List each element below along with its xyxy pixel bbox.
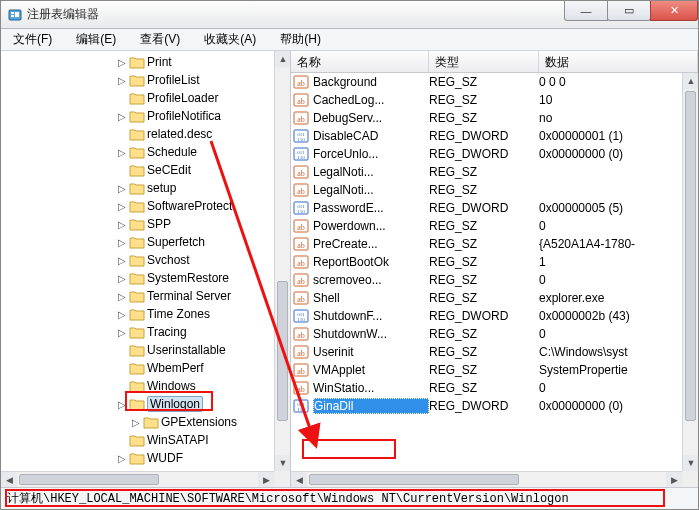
column-data[interactable]: 数据 xyxy=(539,51,698,72)
value-type: REG_SZ xyxy=(429,183,539,197)
tree-item[interactable]: ▷SoftwareProtect xyxy=(1,197,274,215)
expand-toggle-icon[interactable]: ▷ xyxy=(115,399,129,410)
scroll-down-icon[interactable]: ▼ xyxy=(683,455,698,471)
value-row[interactable]: abWinStatio...REG_SZ0 xyxy=(291,379,682,397)
minimize-button[interactable]: — xyxy=(564,1,608,21)
values-horizontal-scrollbar[interactable]: ◀ ▶ xyxy=(291,471,682,487)
expand-toggle-icon[interactable]: ▷ xyxy=(115,237,129,248)
tree-item[interactable]: ▷Terminal Server xyxy=(1,287,274,305)
scroll-left-icon[interactable]: ◀ xyxy=(1,472,17,487)
string-value-icon: ab xyxy=(293,272,309,288)
scrollbar-thumb[interactable] xyxy=(309,474,519,485)
tree-item[interactable]: ▷setup xyxy=(1,179,274,197)
tree-item[interactable]: ▷Superfetch xyxy=(1,233,274,251)
value-row[interactable]: 011110ForceUnlo...REG_DWORD0x00000000 (0… xyxy=(291,145,682,163)
value-row[interactable]: 011110DisableCADREG_DWORD0x00000001 (1) xyxy=(291,127,682,145)
value-row[interactable]: abShutdownW...REG_SZ0 xyxy=(291,325,682,343)
close-button[interactable]: ✕ xyxy=(650,1,698,21)
expand-toggle-icon[interactable]: ▷ xyxy=(115,57,129,68)
tree-item[interactable]: ▷WUDF xyxy=(1,449,274,467)
menu-help[interactable]: 帮助(H) xyxy=(272,29,329,50)
column-type[interactable]: 类型 xyxy=(429,51,539,72)
folder-icon xyxy=(129,307,145,321)
tree-item[interactable]: SeCEdit xyxy=(1,161,274,179)
value-name: scremoveo... xyxy=(313,273,429,287)
tree-horizontal-scrollbar[interactable]: ◀ ▶ xyxy=(1,471,274,487)
tree-item-label: Terminal Server xyxy=(147,289,231,303)
value-row[interactable]: abReportBootOkREG_SZ1 xyxy=(291,253,682,271)
menu-file[interactable]: 文件(F) xyxy=(5,29,60,50)
value-row[interactable]: abLegalNoti...REG_SZ xyxy=(291,181,682,199)
value-row[interactable]: abCachedLog...REG_SZ10 xyxy=(291,91,682,109)
scroll-up-icon[interactable]: ▲ xyxy=(683,73,698,89)
values-vertical-scrollbar[interactable]: ▲ ▼ xyxy=(682,73,698,471)
scrollbar-thumb[interactable] xyxy=(277,281,288,421)
svg-text:ab: ab xyxy=(297,259,305,268)
tree-item[interactable]: ▷GPExtensions xyxy=(1,413,274,431)
tree-item[interactable]: Windows xyxy=(1,377,274,395)
expand-toggle-icon[interactable]: ▷ xyxy=(115,75,129,86)
scroll-left-icon[interactable]: ◀ xyxy=(291,472,307,487)
expand-toggle-icon[interactable]: ▷ xyxy=(115,327,129,338)
value-row[interactable]: 011110GinaDllREG_DWORD0x00000000 (0) xyxy=(291,397,682,415)
expand-toggle-icon[interactable]: ▷ xyxy=(115,255,129,266)
value-row[interactable]: 011110PasswordE...REG_DWORD0x00000005 (5… xyxy=(291,199,682,217)
value-row[interactable]: abPreCreate...REG_SZ{A520A1A4-1780- xyxy=(291,235,682,253)
column-name[interactable]: 名称 xyxy=(291,51,429,72)
expand-toggle-icon[interactable]: ▷ xyxy=(115,273,129,284)
value-row[interactable]: abShellREG_SZexplorer.exe xyxy=(291,289,682,307)
value-data: explorer.exe xyxy=(539,291,682,305)
scrollbar-thumb[interactable] xyxy=(19,474,159,485)
tree-item[interactable]: ▷SPP xyxy=(1,215,274,233)
tree-item[interactable]: ▷Time Zones xyxy=(1,305,274,323)
value-row[interactable]: abPowerdown...REG_SZ0 xyxy=(291,217,682,235)
expand-toggle-icon[interactable]: ▷ xyxy=(129,417,143,428)
tree-item[interactable]: Userinstallable xyxy=(1,341,274,359)
scroll-right-icon[interactable]: ▶ xyxy=(666,472,682,487)
menu-view[interactable]: 查看(V) xyxy=(132,29,188,50)
expand-toggle-icon[interactable]: ▷ xyxy=(115,309,129,320)
scroll-down-icon[interactable]: ▼ xyxy=(275,455,291,471)
value-type: REG_DWORD xyxy=(429,147,539,161)
tree-item[interactable]: ▷Winlogon xyxy=(1,395,274,413)
svg-text:ab: ab xyxy=(297,349,305,358)
value-row[interactable]: abBackgroundREG_SZ0 0 0 xyxy=(291,73,682,91)
expand-toggle-icon[interactable]: ▷ xyxy=(115,201,129,212)
value-row[interactable]: abDebugServ...REG_SZno xyxy=(291,109,682,127)
tree-item[interactable]: ▷SystemRestore xyxy=(1,269,274,287)
tree-item[interactable]: ▷Schedule xyxy=(1,143,274,161)
svg-text:ab: ab xyxy=(297,277,305,286)
tree-item[interactable]: WbemPerf xyxy=(1,359,274,377)
menu-favorites[interactable]: 收藏夹(A) xyxy=(196,29,264,50)
tree-item[interactable]: ▷Svchost xyxy=(1,251,274,269)
tree-vertical-scrollbar[interactable]: ▲ ▼ xyxy=(274,51,290,471)
value-row[interactable]: abVMAppletREG_SZSystemPropertie xyxy=(291,361,682,379)
tree-item[interactable]: WinSATAPI xyxy=(1,431,274,449)
tree-item[interactable]: related.desc xyxy=(1,125,274,143)
expand-toggle-icon[interactable]: ▷ xyxy=(115,111,129,122)
tree-item[interactable]: ▷Print xyxy=(1,53,274,71)
value-row[interactable]: 011110ShutdownF...REG_DWORD0x0000002b (4… xyxy=(291,307,682,325)
tree-item[interactable]: ▷Tracing xyxy=(1,323,274,341)
scroll-right-icon[interactable]: ▶ xyxy=(258,472,274,487)
value-row[interactable]: abLegalNoti...REG_SZ xyxy=(291,163,682,181)
expand-toggle-icon[interactable]: ▷ xyxy=(115,219,129,230)
scroll-corner xyxy=(682,471,698,487)
menu-edit[interactable]: 编辑(E) xyxy=(68,29,124,50)
expand-toggle-icon[interactable]: ▷ xyxy=(115,291,129,302)
tree-item[interactable]: ProfileLoader xyxy=(1,89,274,107)
expand-toggle-icon[interactable]: ▷ xyxy=(115,183,129,194)
value-row[interactable]: abUserinitREG_SZC:\Windows\syst xyxy=(291,343,682,361)
registry-tree[interactable]: ▷Print▷ProfileListProfileLoader▷ProfileN… xyxy=(1,51,274,469)
expand-toggle-icon[interactable]: ▷ xyxy=(115,147,129,158)
value-type: REG_DWORD xyxy=(429,201,539,215)
value-row[interactable]: abscremoveo...REG_SZ0 xyxy=(291,271,682,289)
scroll-up-icon[interactable]: ▲ xyxy=(275,51,291,67)
expand-toggle-icon[interactable]: ▷ xyxy=(115,453,129,464)
tree-item[interactable]: ▷ProfileNotifica xyxy=(1,107,274,125)
values-list[interactable]: abBackgroundREG_SZ0 0 0abCachedLog...REG… xyxy=(291,73,682,471)
tree-item[interactable]: ▷ProfileList xyxy=(1,71,274,89)
scrollbar-thumb[interactable] xyxy=(685,91,696,421)
maximize-button[interactable]: ▭ xyxy=(607,1,651,21)
value-type: REG_SZ xyxy=(429,381,539,395)
